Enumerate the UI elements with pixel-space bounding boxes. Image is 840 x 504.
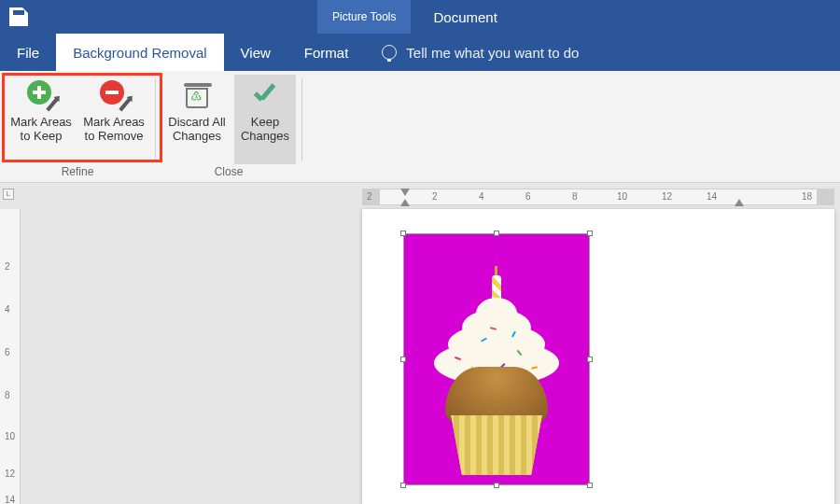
- document-page[interactable]: [362, 209, 834, 504]
- ruler-tick-label: 6: [5, 347, 10, 357]
- contextual-tab-picture-tools[interactable]: Picture Tools: [317, 0, 411, 34]
- button-label: Changes: [241, 130, 289, 144]
- resize-handle[interactable]: [400, 357, 406, 362]
- mark-areas-to-remove-button[interactable]: Mark Areas to Remove: [78, 75, 149, 164]
- ruler-corner: L: [3, 189, 14, 200]
- lightbulb-icon: [382, 45, 397, 60]
- tell-me-search[interactable]: Tell me what you want to do: [382, 34, 579, 71]
- tab-format[interactable]: Format: [287, 34, 366, 71]
- ruler-tick-label: 10: [5, 431, 15, 441]
- resize-handle[interactable]: [494, 483, 499, 488]
- right-indent-marker[interactable]: [735, 199, 744, 206]
- button-label: Changes: [173, 130, 221, 144]
- resize-handle[interactable]: [587, 357, 593, 362]
- ruler-tick-label: 14: [5, 495, 15, 504]
- button-label: Mark Areas: [83, 116, 145, 130]
- button-label: Mark Areas: [10, 116, 72, 130]
- ruler-tick-label: 2: [5, 261, 10, 272]
- tab-view[interactable]: View: [224, 34, 287, 71]
- button-label: to Remove: [85, 130, 144, 144]
- ribbon-tabs: File Background Removal View Format Tell…: [0, 34, 840, 71]
- horizontal-ruler[interactable]: 2 2 4 6 8 10 12 14 18: [362, 189, 834, 205]
- group-label-close: Close: [215, 165, 244, 180]
- ruler-tick-label: 8: [572, 191, 578, 202]
- document-workspace: L 2 2 4 6 8 10 12 14 18 2 4 6 8 10 12 14: [0, 183, 840, 504]
- ruler-tick-label: 6: [525, 191, 531, 202]
- trash-icon: [181, 80, 213, 112]
- button-label: Discard All: [168, 116, 225, 130]
- hanging-indent-marker[interactable]: [400, 199, 410, 206]
- resize-handle[interactable]: [400, 231, 406, 236]
- ruler-tick-label: 2: [432, 191, 438, 202]
- vertical-ruler[interactable]: 2 4 6 8 10 12 14: [0, 209, 21, 504]
- ribbon-group-refine: Mark Areas to Keep Mark Areas to Remove …: [0, 71, 155, 182]
- ruler-tick-label: 4: [5, 304, 10, 315]
- save-icon[interactable]: [9, 7, 28, 26]
- tab-file[interactable]: File: [0, 34, 56, 71]
- discard-all-changes-button[interactable]: Discard All Changes: [161, 75, 232, 164]
- mark-areas-to-keep-button[interactable]: Mark Areas to Keep: [6, 75, 77, 164]
- ruler-tick-label: 2: [367, 191, 372, 202]
- ruler-tick-label: 10: [617, 191, 627, 202]
- ruler-tick-label: 12: [5, 469, 15, 479]
- ruler-tick-label: 8: [5, 390, 10, 400]
- button-label: Keep: [251, 116, 279, 130]
- ribbon: Mark Areas to Keep Mark Areas to Remove …: [0, 71, 840, 183]
- resize-handle[interactable]: [587, 483, 593, 488]
- first-line-indent-marker[interactable]: [400, 189, 410, 196]
- ruler-tick-label: 14: [707, 191, 717, 202]
- plus-circle-icon: [25, 80, 57, 112]
- selected-image[interactable]: [403, 233, 590, 485]
- group-label-refine: Refine: [62, 165, 94, 180]
- tab-background-removal[interactable]: Background Removal: [56, 34, 223, 71]
- resize-handle[interactable]: [587, 231, 593, 236]
- title-bar: Picture Tools Document: [0, 0, 840, 34]
- ribbon-divider: [301, 78, 302, 161]
- ruler-margin-right[interactable]: [817, 189, 833, 204]
- keep-changes-button[interactable]: Keep Changes: [234, 75, 296, 164]
- button-label: to Keep: [21, 130, 63, 144]
- ruler-tick-label: 18: [802, 191, 812, 202]
- resize-handle[interactable]: [400, 483, 406, 488]
- image-foreground-cupcake: [427, 270, 567, 475]
- tell-me-placeholder: Tell me what you want to do: [406, 45, 579, 61]
- resize-handle[interactable]: [494, 231, 499, 236]
- ruler-tick-label: 4: [479, 191, 484, 202]
- minus-circle-icon: [98, 80, 130, 112]
- ruler-tick-label: 12: [662, 191, 672, 202]
- checkmark-icon: [249, 80, 281, 112]
- document-title: Document: [411, 0, 519, 34]
- ribbon-group-close: Discard All Changes Keep Changes Close: [156, 71, 301, 182]
